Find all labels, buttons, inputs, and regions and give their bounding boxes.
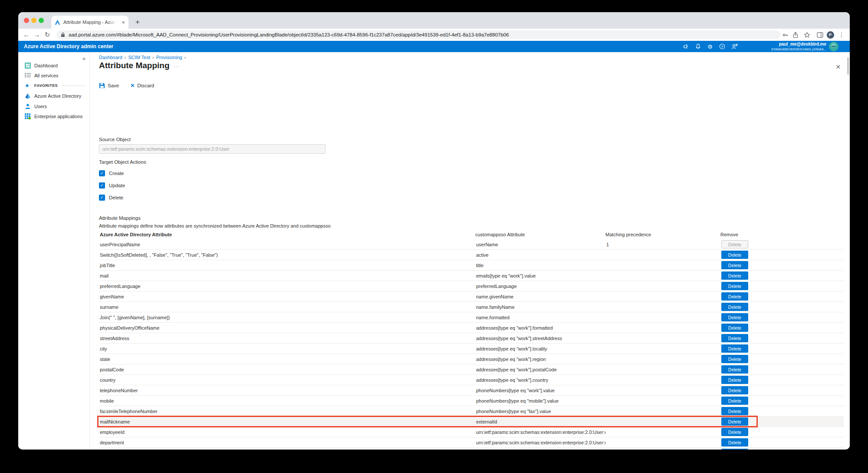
remove-cell: Delete bbox=[720, 303, 844, 311]
row-delete-button[interactable]: Delete bbox=[721, 261, 748, 269]
row-delete-button[interactable]: Delete bbox=[721, 282, 748, 290]
address-bar[interactable]: aad.portal.azure.com/#blade/Microsoft_AA… bbox=[56, 30, 780, 39]
row-delete-button[interactable]: Delete bbox=[721, 449, 748, 450]
blade-close-icon[interactable]: ✕ bbox=[835, 63, 841, 70]
macos-minimize-button[interactable] bbox=[31, 18, 36, 23]
sidebar-item-users[interactable]: Users bbox=[18, 102, 89, 111]
row-delete-button[interactable]: Delete bbox=[721, 386, 748, 394]
row-delete-button[interactable]: Delete bbox=[721, 407, 748, 415]
mapping-row[interactable]: mailNicknameexternalIdDelete bbox=[99, 417, 844, 427]
browser-menu-icon[interactable]: ⋮ bbox=[837, 30, 846, 40]
create-checkbox[interactable]: ✓ bbox=[99, 170, 105, 176]
mapping-row[interactable]: streetAddressaddresses[type eq "work"].s… bbox=[99, 333, 844, 344]
remove-cell: Delete bbox=[720, 240, 844, 248]
mapping-row[interactable]: telephoneNumberphoneNumbers[type eq "wor… bbox=[99, 385, 844, 396]
password-key-icon[interactable] bbox=[780, 30, 790, 40]
azure-attribute-cell: physicalDeliveryOfficeName bbox=[99, 325, 475, 331]
row-delete-button[interactable]: Delete bbox=[721, 417, 748, 426]
row-delete-button[interactable]: Delete bbox=[721, 303, 748, 311]
mapping-row[interactable]: managerurn:ietf:params:scim:schemas:exte… bbox=[99, 448, 844, 450]
source-object-input[interactable]: urn:ietf:params:scim:schemas:extension:e… bbox=[99, 144, 326, 154]
mapping-row[interactable]: mobilephoneNumbers[type eq "mobile"].val… bbox=[99, 396, 844, 406]
row-delete-button[interactable]: Delete bbox=[721, 271, 748, 280]
mapping-row[interactable]: departmenturn:ietf:params:scim:schemas:e… bbox=[99, 437, 844, 448]
user-avatar[interactable] bbox=[829, 42, 838, 51]
sidebar-item-dashboard[interactable]: Dashboard bbox=[18, 61, 89, 70]
discard-button[interactable]: ✕ Discard bbox=[130, 83, 154, 89]
mapping-row[interactable]: mailemails[type eq "work"].valueDelete bbox=[99, 271, 844, 281]
account-info[interactable]: paul_me@deskbird.me STANDARDVERZEICHNIS … bbox=[771, 42, 826, 51]
users-icon bbox=[25, 103, 31, 109]
browser-profile-avatar[interactable]: P bbox=[825, 30, 835, 40]
mapping-row[interactable]: preferredLanguagepreferredLanguageDelete bbox=[99, 281, 844, 291]
sidebar-item-all-services[interactable]: All services bbox=[18, 71, 89, 80]
mapping-row[interactable]: surnamename.familyNameDelete bbox=[99, 302, 844, 312]
sidebar-item-enterprise-applications[interactable]: Enterprise applications bbox=[18, 112, 89, 121]
notifications-bell-icon[interactable] bbox=[694, 43, 702, 50]
mapping-row[interactable]: Switch([IsSoftDeleted], , "False", "True… bbox=[99, 250, 844, 260]
save-button[interactable]: Save bbox=[99, 83, 119, 89]
azure-attribute-cell: department bbox=[99, 440, 475, 445]
bookmark-star-icon[interactable] bbox=[802, 30, 812, 40]
padlock-icon bbox=[61, 32, 65, 37]
mapping-row[interactable]: userPrincipalNameuserName1Delete bbox=[99, 239, 844, 250]
breadcrumb-scim-test[interactable]: SCIM Test bbox=[128, 55, 151, 60]
app-attribute-cell: phoneNumbers[type eq "mobile"].value bbox=[475, 398, 605, 404]
row-delete-button[interactable]: Delete bbox=[721, 324, 748, 332]
attribute-mapping-blade: Dashboard›SCIM Test›Provisioning› Attrib… bbox=[90, 52, 850, 450]
account-email: paul_me@deskbird.me bbox=[771, 42, 826, 47]
update-checkbox[interactable]: ✓ bbox=[99, 182, 105, 189]
row-delete-button[interactable]: Delete bbox=[721, 376, 748, 384]
mapping-row[interactable]: jobTitletitleDelete bbox=[99, 260, 844, 271]
new-tab-button[interactable]: + bbox=[132, 17, 143, 28]
mapping-row[interactable]: employeeIdurn:ietf:params:scim:schemas:e… bbox=[99, 427, 844, 437]
checkbox-row-create: ✓ Create bbox=[99, 170, 124, 176]
delete-label: Delete bbox=[109, 195, 123, 200]
row-delete-button[interactable]: Delete bbox=[721, 397, 748, 405]
divider bbox=[62, 86, 86, 86]
mapping-row[interactable]: countryaddresses[type eq "work"].country… bbox=[99, 375, 844, 385]
azure-attribute-cell: preferredLanguage bbox=[99, 284, 475, 289]
mapping-row[interactable]: Join(" ", [givenName], [surname])name.fo… bbox=[99, 312, 844, 323]
row-delete-button[interactable]: Delete bbox=[721, 355, 748, 363]
row-delete-button[interactable]: Delete bbox=[721, 251, 748, 259]
browser-tab[interactable]: Attribute Mapping - Azure Acti × bbox=[51, 16, 128, 29]
whats-new-icon[interactable] bbox=[681, 43, 690, 50]
row-delete-button: Delete bbox=[721, 240, 748, 248]
mapping-row[interactable]: facsimileTelephoneNumberphoneNumbers[typ… bbox=[99, 406, 844, 417]
row-delete-button[interactable]: Delete bbox=[721, 334, 748, 342]
row-delete-button[interactable]: Delete bbox=[721, 344, 748, 353]
macos-close-button[interactable] bbox=[24, 18, 29, 23]
feedback-icon[interactable] bbox=[730, 43, 739, 50]
breadcrumb-dashboard[interactable]: Dashboard bbox=[99, 55, 122, 60]
reload-icon[interactable]: ↻ bbox=[43, 30, 52, 40]
azure-attribute-cell: jobTitle bbox=[99, 263, 475, 268]
breadcrumb-provisioning[interactable]: Provisioning bbox=[156, 55, 182, 60]
row-delete-button[interactable]: Delete bbox=[721, 313, 748, 321]
column-header-azure-attribute: Azure Active Directory Attribute bbox=[99, 232, 475, 237]
settings-gear-icon[interactable]: ⚙ bbox=[706, 43, 714, 50]
mapping-row[interactable]: stateaddresses[type eq "work"].regionDel… bbox=[99, 354, 844, 364]
delete-checkbox[interactable]: ✓ bbox=[99, 195, 105, 201]
scrollbar-thumb[interactable] bbox=[847, 57, 849, 75]
portal-title: Azure Active Directory admin center bbox=[24, 43, 113, 50]
row-delete-button[interactable]: Delete bbox=[721, 292, 748, 301]
help-icon[interactable]: ? bbox=[718, 43, 727, 50]
tab-close-icon[interactable]: × bbox=[122, 19, 125, 26]
share-icon[interactable] bbox=[791, 30, 800, 40]
app-attribute-cell: userName bbox=[475, 242, 605, 247]
remove-cell: Delete bbox=[720, 261, 844, 269]
mapping-row[interactable]: givenNamename.givenNameDelete bbox=[99, 291, 844, 302]
row-delete-button[interactable]: Delete bbox=[721, 365, 748, 374]
title-context-menu-icon[interactable]: ··· bbox=[174, 64, 180, 69]
side-panel-icon[interactable] bbox=[815, 30, 825, 40]
forward-icon[interactable]: → bbox=[32, 30, 42, 40]
mapping-row[interactable]: cityaddresses[type eq "work"].localityDe… bbox=[99, 344, 844, 354]
row-delete-button[interactable]: Delete bbox=[721, 428, 748, 436]
sidebar-item-azure-active-directory[interactable]: Azure Active Directory bbox=[18, 91, 89, 101]
back-icon[interactable]: ← bbox=[22, 30, 31, 40]
macos-zoom-button[interactable] bbox=[39, 18, 44, 23]
mapping-row[interactable]: postalCodeaddresses[type eq "work"].post… bbox=[99, 364, 844, 375]
mapping-row[interactable]: physicalDeliveryOfficeNameaddresses[type… bbox=[99, 323, 844, 333]
row-delete-button[interactable]: Delete bbox=[721, 438, 748, 447]
